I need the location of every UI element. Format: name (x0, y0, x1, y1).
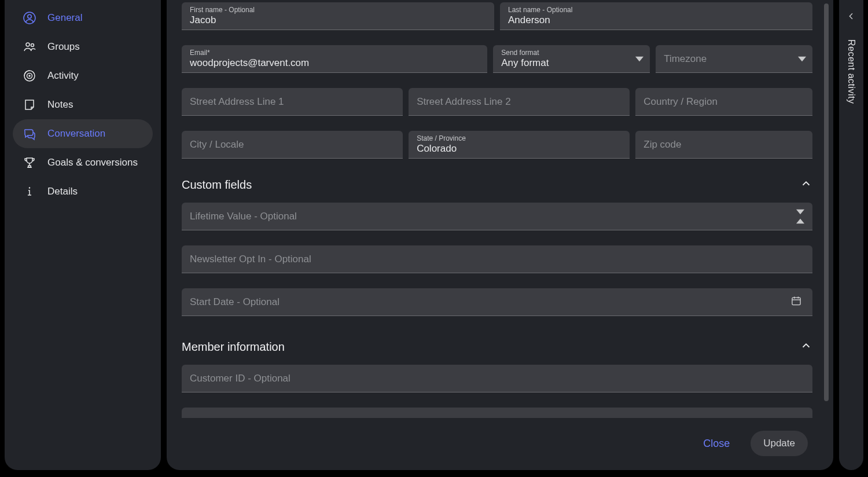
timezone-select[interactable]: Timezone (656, 45, 812, 73)
member-info-title: Member information (182, 340, 285, 354)
groups-icon (22, 39, 37, 54)
trophy-icon (22, 155, 37, 170)
state-label: State / Province (417, 134, 466, 142)
sidebar-item-notes[interactable]: Notes (13, 90, 153, 119)
email-label: Email* (190, 49, 210, 57)
sidebar-item-details[interactable]: Details (13, 177, 153, 206)
footer-actions: Close Update (167, 417, 833, 470)
stepper-up-icon (796, 218, 804, 224)
sidebar-item-goals[interactable]: Goals & conversions (13, 148, 153, 177)
start-date-field[interactable]: Start Date - Optional (182, 288, 812, 316)
svg-point-3 (31, 44, 34, 47)
dropdown-caret-icon (792, 55, 812, 63)
sidebar-item-label: Groups (47, 41, 80, 53)
last-name-field[interactable]: Last name - Optional Anderson (500, 2, 812, 30)
info-icon (22, 184, 37, 199)
customer-id-field[interactable]: Customer ID - Optional (182, 365, 812, 392)
scrollbar[interactable] (824, 3, 829, 461)
zip-field[interactable]: Zip code (635, 131, 812, 159)
lifetime-value-placeholder: Lifetime Value - Optional (182, 211, 796, 222)
svg-point-2 (26, 43, 30, 46)
country-placeholder: Country / Region (635, 96, 812, 108)
first-name-field[interactable]: First name - Optional Jacob (182, 2, 494, 30)
stepper-down-icon (796, 209, 804, 215)
sidebar-item-label: Details (47, 186, 78, 197)
main-panel: First name - Optional Jacob Last name - … (167, 0, 833, 470)
street2-field[interactable]: Street Address Line 2 (409, 88, 630, 116)
number-stepper[interactable] (796, 209, 812, 224)
svg-point-7 (29, 187, 30, 188)
city-placeholder: City / Locale (182, 139, 403, 151)
chevron-up-icon (800, 177, 812, 192)
chat-icon (22, 126, 37, 141)
sidebar-item-activity[interactable]: Activity (13, 61, 153, 90)
sidebar-item-general[interactable]: General (13, 3, 153, 32)
sidebar-item-label: Notes (47, 99, 73, 111)
newsletter-optin-field[interactable]: Newsletter Opt In - Optional (182, 245, 812, 273)
note-icon (22, 97, 37, 112)
scroll-thumb[interactable] (824, 3, 829, 401)
recent-activity-label: Recent activity (846, 39, 856, 104)
target-icon (22, 68, 37, 83)
send-format-select[interactable]: Send format Any format (493, 45, 650, 73)
sidebar-item-groups[interactable]: Groups (13, 32, 153, 61)
sidebar-item-label: Goals & conversions (47, 157, 138, 168)
street1-placeholder: Street Address Line 1 (182, 96, 403, 108)
chevron-left-icon (847, 12, 856, 23)
state-field[interactable]: State / Province Colorado (409, 131, 630, 159)
close-button[interactable]: Close (700, 437, 733, 450)
newsletter-optin-placeholder: Newsletter Opt In - Optional (182, 254, 812, 265)
recent-activity-panel[interactable]: Recent activity (839, 0, 863, 470)
update-button[interactable]: Update (751, 431, 808, 456)
user-circle-icon (22, 10, 37, 25)
sidebar-item-label: General (47, 12, 82, 24)
city-field[interactable]: City / Locale (182, 131, 403, 159)
sidebar-item-label: Activity (47, 70, 79, 82)
sidebar: General Groups Activity Notes (5, 0, 161, 470)
member-info-header[interactable]: Member information (182, 339, 812, 354)
timezone-placeholder: Timezone (656, 53, 792, 65)
custom-fields-title: Custom fields (182, 178, 252, 192)
svg-point-6 (29, 75, 30, 76)
street1-field[interactable]: Street Address Line 1 (182, 88, 403, 116)
email-value: woodprojects@tarvent.com (182, 47, 487, 71)
svg-point-5 (27, 74, 32, 79)
zip-placeholder: Zip code (635, 139, 812, 151)
street2-placeholder: Street Address Line 2 (409, 96, 630, 108)
first-name-label: First name - Optional (190, 6, 255, 14)
email-field[interactable]: Email* woodprojects@tarvent.com (182, 45, 487, 73)
country-field[interactable]: Country / Region (635, 88, 812, 116)
calendar-icon (790, 295, 812, 309)
svg-rect-8 (792, 298, 800, 305)
dropdown-caret-icon (629, 55, 650, 63)
svg-point-1 (28, 14, 31, 18)
custom-fields-header[interactable]: Custom fields (182, 177, 812, 192)
send-format-label: Send format (501, 49, 539, 57)
chevron-up-icon (800, 339, 812, 354)
sidebar-item-conversation[interactable]: Conversation (13, 119, 153, 148)
start-date-placeholder: Start Date - Optional (182, 296, 790, 308)
sidebar-item-label: Conversation (47, 128, 105, 140)
form-content: First name - Optional Jacob Last name - … (182, 0, 816, 470)
last-name-label: Last name - Optional (508, 6, 572, 14)
lifetime-value-field[interactable]: Lifetime Value - Optional (182, 203, 812, 230)
customer-id-placeholder: Customer ID - Optional (182, 373, 812, 384)
